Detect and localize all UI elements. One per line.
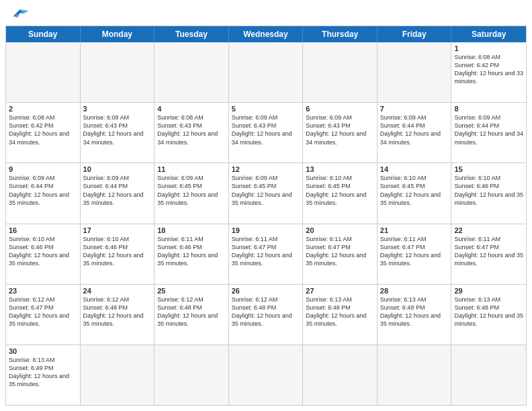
day-cell [154,345,229,405]
day-header: Thursday [303,26,378,42]
day-info: Sunrise: 6:11 AM Sunset: 6:47 PM Dayligh… [454,235,523,268]
week-row: 16Sunrise: 6:10 AM Sunset: 6:46 PM Dayli… [6,224,526,284]
day-number: 30 [9,347,77,355]
day-number: 3 [83,105,152,113]
day-info: Sunrise: 6:09 AM Sunset: 6:44 PM Dayligh… [454,113,523,146]
day-info: Sunrise: 6:11 AM Sunset: 6:47 PM Dayligh… [306,235,374,268]
day-cell [378,42,452,102]
day-number: 12 [232,165,300,173]
day-cell: 5Sunrise: 6:09 AM Sunset: 6:43 PM Daylig… [229,103,304,163]
day-header: Monday [81,26,155,42]
day-number: 27 [306,287,374,295]
day-number: 21 [380,226,449,234]
day-cell: 20Sunrise: 6:11 AM Sunset: 6:47 PM Dayli… [303,224,378,284]
day-info: Sunrise: 6:09 AM Sunset: 6:43 PM Dayligh… [232,113,300,146]
day-cell [451,345,526,405]
day-number: 13 [306,165,374,173]
day-cell: 17Sunrise: 6:10 AM Sunset: 6:46 PM Dayli… [81,224,155,284]
day-cell: 2Sunrise: 6:08 AM Sunset: 6:42 PM Daylig… [6,103,81,163]
day-info: Sunrise: 6:11 AM Sunset: 6:46 PM Dayligh… [157,235,226,268]
day-info: Sunrise: 6:09 AM Sunset: 6:45 PM Dayligh… [157,174,226,207]
day-cell: 22Sunrise: 6:11 AM Sunset: 6:47 PM Dayli… [451,224,526,284]
day-cell: 25Sunrise: 6:12 AM Sunset: 6:48 PM Dayli… [154,285,229,345]
day-cell: 10Sunrise: 6:09 AM Sunset: 6:44 PM Dayli… [81,163,155,223]
day-cell: 19Sunrise: 6:11 AM Sunset: 6:47 PM Dayli… [229,224,304,284]
day-cell [303,42,378,102]
day-info: Sunrise: 6:08 AM Sunset: 6:42 PM Dayligh… [454,53,523,86]
day-cell: 14Sunrise: 6:10 AM Sunset: 6:45 PM Dayli… [378,163,452,223]
day-cell: 26Sunrise: 6:12 AM Sunset: 6:48 PM Dayli… [229,285,304,345]
day-cell: 30Sunrise: 6:13 AM Sunset: 6:49 PM Dayli… [6,345,81,405]
day-cell: 1Sunrise: 6:08 AM Sunset: 6:42 PM Daylig… [451,42,526,102]
day-cell: 16Sunrise: 6:10 AM Sunset: 6:46 PM Dayli… [6,224,81,284]
day-info: Sunrise: 6:10 AM Sunset: 6:45 PM Dayligh… [306,174,374,207]
day-cell: 9Sunrise: 6:09 AM Sunset: 6:44 PM Daylig… [6,163,81,223]
day-header: Sunday [6,26,81,42]
day-info: Sunrise: 6:12 AM Sunset: 6:47 PM Dayligh… [9,295,77,328]
day-cell: 7Sunrise: 6:09 AM Sunset: 6:44 PM Daylig… [378,103,452,163]
day-cell: 6Sunrise: 6:09 AM Sunset: 6:43 PM Daylig… [303,103,378,163]
day-number: 29 [454,287,523,295]
day-cell [303,345,378,405]
day-number: 26 [232,287,300,295]
day-info: Sunrise: 6:11 AM Sunset: 6:47 PM Dayligh… [232,235,300,268]
day-number: 2 [9,105,77,113]
svg-marker-2 [13,9,21,17]
day-number: 23 [9,287,77,295]
day-cell: 28Sunrise: 6:13 AM Sunset: 6:48 PM Dayli… [378,285,452,345]
header [0,0,532,26]
day-cell: 11Sunrise: 6:09 AM Sunset: 6:45 PM Dayli… [154,163,229,223]
day-cell: 29Sunrise: 6:13 AM Sunset: 6:48 PM Dayli… [451,285,526,345]
logo-bird-icon [11,7,30,21]
day-number: 1 [454,44,523,52]
day-cell: 24Sunrise: 6:12 AM Sunset: 6:48 PM Dayli… [81,285,155,345]
day-cell [81,42,155,102]
day-number: 10 [83,165,152,173]
day-info: Sunrise: 6:09 AM Sunset: 6:44 PM Dayligh… [83,174,152,207]
day-info: Sunrise: 6:10 AM Sunset: 6:46 PM Dayligh… [454,174,523,207]
day-cell [6,42,81,102]
day-cell: 12Sunrise: 6:09 AM Sunset: 6:45 PM Dayli… [229,163,304,223]
day-number: 14 [380,165,449,173]
week-row: 9Sunrise: 6:09 AM Sunset: 6:44 PM Daylig… [6,163,526,223]
day-info: Sunrise: 6:12 AM Sunset: 6:48 PM Dayligh… [157,295,226,328]
day-cell [229,42,304,102]
day-info: Sunrise: 6:08 AM Sunset: 6:42 PM Dayligh… [9,113,77,146]
day-cell: 23Sunrise: 6:12 AM Sunset: 6:47 PM Dayli… [6,285,81,345]
day-info: Sunrise: 6:10 AM Sunset: 6:46 PM Dayligh… [9,235,77,268]
day-number: 24 [83,287,152,295]
day-number: 7 [380,105,449,113]
day-info: Sunrise: 6:12 AM Sunset: 6:48 PM Dayligh… [83,295,152,328]
day-info: Sunrise: 6:10 AM Sunset: 6:45 PM Dayligh… [380,174,449,207]
day-info: Sunrise: 6:09 AM Sunset: 6:44 PM Dayligh… [9,174,77,207]
logo [11,7,32,21]
day-info: Sunrise: 6:10 AM Sunset: 6:46 PM Dayligh… [83,235,152,268]
week-row: 23Sunrise: 6:12 AM Sunset: 6:47 PM Dayli… [6,284,526,345]
day-number: 8 [454,105,523,113]
day-number: 16 [9,226,77,234]
day-number: 22 [454,226,523,234]
day-cell: 13Sunrise: 6:10 AM Sunset: 6:45 PM Dayli… [303,163,378,223]
week-row: 2Sunrise: 6:08 AM Sunset: 6:42 PM Daylig… [6,102,526,163]
day-info: Sunrise: 6:09 AM Sunset: 6:43 PM Dayligh… [306,113,374,146]
day-header: Saturday [451,26,526,42]
day-number: 6 [306,105,374,113]
day-info: Sunrise: 6:13 AM Sunset: 6:48 PM Dayligh… [380,295,449,328]
day-info: Sunrise: 6:09 AM Sunset: 6:44 PM Dayligh… [380,113,449,146]
day-cell [229,345,304,405]
day-info: Sunrise: 6:09 AM Sunset: 6:45 PM Dayligh… [232,174,300,207]
week-row: 1Sunrise: 6:08 AM Sunset: 6:42 PM Daylig… [6,42,526,102]
day-number: 18 [157,226,226,234]
day-info: Sunrise: 6:13 AM Sunset: 6:48 PM Dayligh… [306,295,374,328]
day-info: Sunrise: 6:08 AM Sunset: 6:43 PM Dayligh… [157,113,226,146]
calendar: SundayMondayTuesdayWednesdayThursdayFrid… [5,26,527,406]
day-cell: 21Sunrise: 6:11 AM Sunset: 6:47 PM Dayli… [378,224,452,284]
day-cell [378,345,452,405]
day-number: 9 [9,165,77,173]
day-cell: 4Sunrise: 6:08 AM Sunset: 6:43 PM Daylig… [154,103,229,163]
day-cell [81,345,155,405]
day-cell: 15Sunrise: 6:10 AM Sunset: 6:46 PM Dayli… [451,163,526,223]
day-number: 20 [306,226,374,234]
day-header: Wednesday [229,26,304,42]
day-header: Friday [378,26,452,42]
